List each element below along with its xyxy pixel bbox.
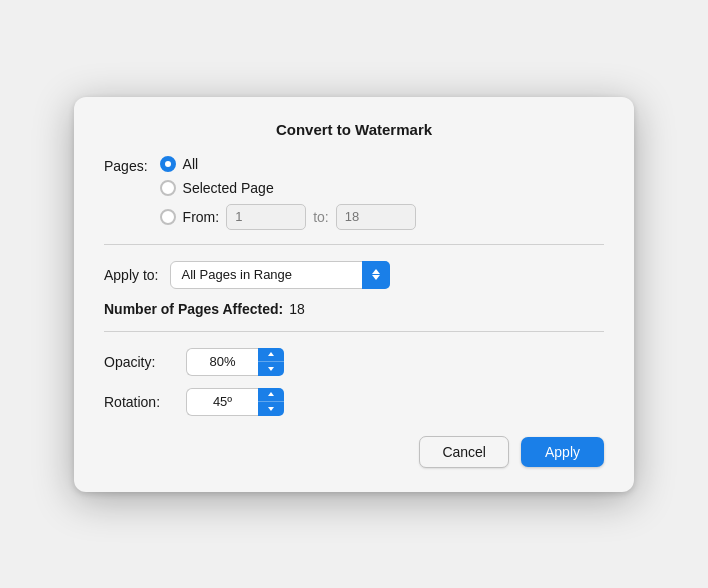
rotation-stepper-wrapper xyxy=(186,388,284,416)
radio-from[interactable] xyxy=(160,209,176,225)
pages-affected-label: Number of Pages Affected: xyxy=(104,301,283,317)
apply-to-label: Apply to: xyxy=(104,267,158,283)
radio-selected[interactable] xyxy=(160,180,176,196)
rotation-increment-button[interactable] xyxy=(258,388,284,403)
dialog-title: Convert to Watermark xyxy=(104,121,604,138)
radio-all-row[interactable]: All xyxy=(160,156,416,172)
radio-group: All Selected Page From: to: xyxy=(160,156,416,230)
rotation-decrement-button[interactable] xyxy=(258,402,284,416)
to-label: to: xyxy=(313,209,329,225)
rotation-up-icon xyxy=(268,392,274,396)
divider-1 xyxy=(104,244,604,245)
radio-from-row[interactable]: From: to: xyxy=(160,204,416,230)
pages-affected-value: 18 xyxy=(289,301,305,317)
opacity-increment-button[interactable] xyxy=(258,348,284,363)
apply-to-select-wrapper: All Pages in Range Even Pages Only Odd P… xyxy=(170,261,390,289)
rotation-label: Rotation: xyxy=(104,394,174,410)
rotation-stepper-buttons[interactable] xyxy=(258,388,284,416)
apply-to-row: Apply to: All Pages in Range Even Pages … xyxy=(104,261,604,289)
radio-selected-label: Selected Page xyxy=(183,180,274,196)
rotation-row: Rotation: xyxy=(104,388,604,416)
pages-label: Pages: xyxy=(104,158,148,174)
dialog-footer: Cancel Apply xyxy=(104,436,604,468)
opacity-stepper-wrapper xyxy=(186,348,284,376)
opacity-decrement-button[interactable] xyxy=(258,362,284,376)
pages-section: Pages: All Selected Page From: to: xyxy=(104,156,604,230)
from-input[interactable] xyxy=(226,204,306,230)
rotation-input[interactable] xyxy=(186,388,258,416)
opacity-stepper-buttons[interactable] xyxy=(258,348,284,376)
pages-affected-row: Number of Pages Affected: 18 xyxy=(104,301,604,317)
to-input[interactable] xyxy=(336,204,416,230)
apply-to-select[interactable]: All Pages in Range Even Pages Only Odd P… xyxy=(170,261,390,289)
stepper-down-icon xyxy=(268,367,274,371)
opacity-input[interactable] xyxy=(186,348,258,376)
divider-2 xyxy=(104,331,604,332)
opacity-label: Opacity: xyxy=(104,354,174,370)
cancel-button[interactable]: Cancel xyxy=(419,436,509,468)
radio-selected-row[interactable]: Selected Page xyxy=(160,180,416,196)
radio-from-label: From: xyxy=(183,209,220,225)
rotation-down-icon xyxy=(268,407,274,411)
radio-all[interactable] xyxy=(160,156,176,172)
stepper-up-icon xyxy=(268,352,274,356)
radio-all-label: All xyxy=(183,156,199,172)
convert-to-watermark-dialog: Convert to Watermark Pages: All Selected… xyxy=(74,97,634,492)
opacity-row: Opacity: xyxy=(104,348,604,376)
apply-button[interactable]: Apply xyxy=(521,437,604,467)
